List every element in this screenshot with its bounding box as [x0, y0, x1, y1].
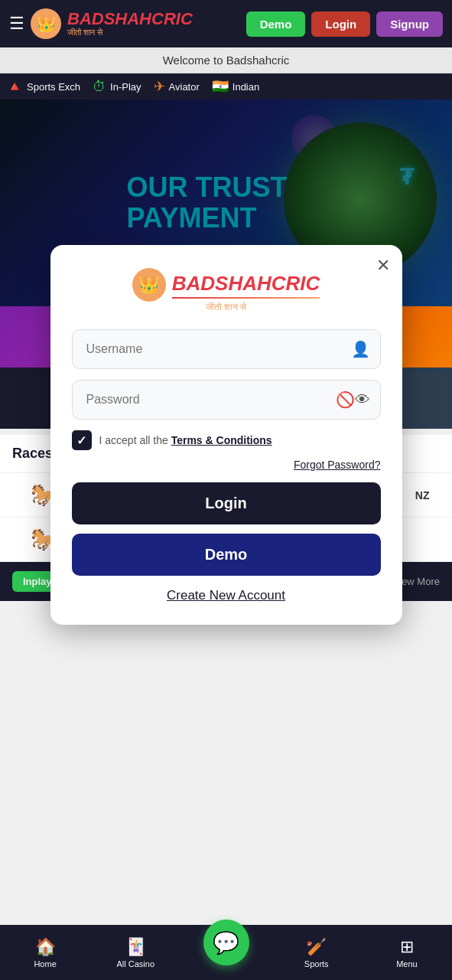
menu-label: Menu: [396, 959, 418, 969]
sports-exch-label: Sports Exch: [27, 81, 80, 93]
forgot-password-link[interactable]: Forgot Password?: [294, 459, 381, 471]
username-input[interactable]: [72, 329, 381, 369]
modal-close-button[interactable]: ✕: [376, 256, 390, 276]
sports-exch-icon: 🔺: [6, 78, 23, 95]
modal-brand-name: BADSHAHCRIC: [172, 272, 320, 296]
modal-demo-button[interactable]: Demo: [72, 534, 381, 576]
header-left: ☰ 👑 BADSHAHCRIC जीतो शान से: [9, 8, 193, 39]
casino-label: All Casino: [117, 959, 155, 969]
whatsapp-button[interactable]: 💬: [203, 920, 249, 965]
nav-tab-indian[interactable]: 🇮🇳 Indian: [212, 78, 259, 95]
terms-conditions-link[interactable]: Terms & Conditions: [171, 434, 272, 446]
indian-icon: 🇮🇳: [212, 78, 229, 95]
aviator-label: Aviator: [169, 81, 200, 93]
terms-label: I accept all the Terms & Conditions: [99, 434, 272, 446]
username-group: 👤: [72, 329, 381, 369]
sports-label: Sports: [304, 959, 329, 969]
app-header: ☰ 👑 BADSHAHCRIC जीतो शान से Demo Login S…: [0, 0, 452, 47]
eye-icon[interactable]: 🚫👁: [336, 390, 370, 409]
aviator-icon: ✈: [154, 78, 165, 95]
password-group: 🚫👁: [72, 380, 381, 420]
login-button[interactable]: Login: [311, 11, 370, 37]
modal-logo-inner: 👑 BADSHAHCRIC: [132, 268, 320, 302]
header-buttons: Demo Login Signup: [246, 11, 443, 37]
modal-overlay: ✕ 👑 BADSHAHCRIC जीतो शान से 👤 🚫👁: [0, 245, 452, 625]
signup-button[interactable]: Signup: [376, 11, 443, 37]
bottom-nav-home[interactable]: 🏠 Home: [0, 937, 90, 969]
indian-label: Indian: [233, 81, 259, 93]
welcome-bar: Welcome to Badshahcric: [0, 47, 452, 74]
modal-logo-text-area: BADSHAHCRIC: [172, 272, 320, 299]
inplay-label: In-Play: [110, 81, 141, 93]
terms-checkbox[interactable]: [72, 430, 92, 450]
hamburger-icon[interactable]: ☰: [9, 14, 24, 34]
forgot-password-row: Forgot Password?: [72, 458, 381, 472]
modal-logo: 👑 BADSHAHCRIC जीतो शान से: [72, 268, 381, 312]
logo-icon: 👑: [31, 8, 61, 39]
user-icon: 👤: [351, 340, 370, 358]
login-modal: ✕ 👑 BADSHAHCRIC जीतो शान से 👤 🚫👁: [50, 245, 402, 625]
create-account-link[interactable]: Create New Account: [72, 588, 381, 603]
modal-brand-sub: जीतो शान से: [206, 302, 247, 312]
modal-underline: [172, 297, 320, 299]
password-input[interactable]: [72, 380, 381, 420]
home-label: Home: [34, 959, 56, 969]
casino-icon: 🃏: [125, 937, 146, 957]
bottom-nav-casino[interactable]: 🃏 All Casino: [90, 937, 180, 969]
brand-name: BADSHAHCRIC: [67, 11, 193, 28]
menu-icon: ⊞: [400, 937, 414, 957]
bottom-nav-sports[interactable]: 🏏 Sports: [272, 937, 362, 969]
bottom-nav: 🏠 Home 🃏 All Casino 💬 🏏 Sports ⊞ Menu: [0, 925, 452, 980]
bottom-nav-menu[interactable]: ⊞ Menu: [362, 937, 452, 969]
whatsapp-icon: 💬: [213, 930, 239, 956]
brand-sub: जीतो शान से: [67, 28, 102, 38]
nav-tab-aviator[interactable]: ✈ Aviator: [154, 78, 200, 95]
nav-tab-sports-exch[interactable]: 🔺 Sports Exch: [6, 78, 80, 95]
terms-row: I accept all the Terms & Conditions: [72, 430, 381, 450]
nav-tab-inplay[interactable]: ⏱ In-Play: [93, 78, 141, 95]
coin-t-icon: ₮: [400, 165, 414, 190]
sports-icon: 🏏: [306, 937, 327, 957]
modal-login-button[interactable]: Login: [72, 482, 381, 524]
home-icon: 🏠: [35, 937, 56, 957]
modal-crown-icon: 👑: [132, 268, 166, 302]
welcome-text: Welcome to Badshahcric: [163, 54, 290, 67]
demo-button[interactable]: Demo: [246, 11, 306, 37]
inplay-icon: ⏱: [93, 79, 106, 95]
logo-area: BADSHAHCRIC जीतो शान से: [67, 11, 193, 38]
terms-prefix: I accept all the: [99, 434, 171, 446]
nav-tabs: 🔺 Sports Exch ⏱ In-Play ✈ Aviator 🇮🇳 Ind…: [0, 74, 452, 100]
